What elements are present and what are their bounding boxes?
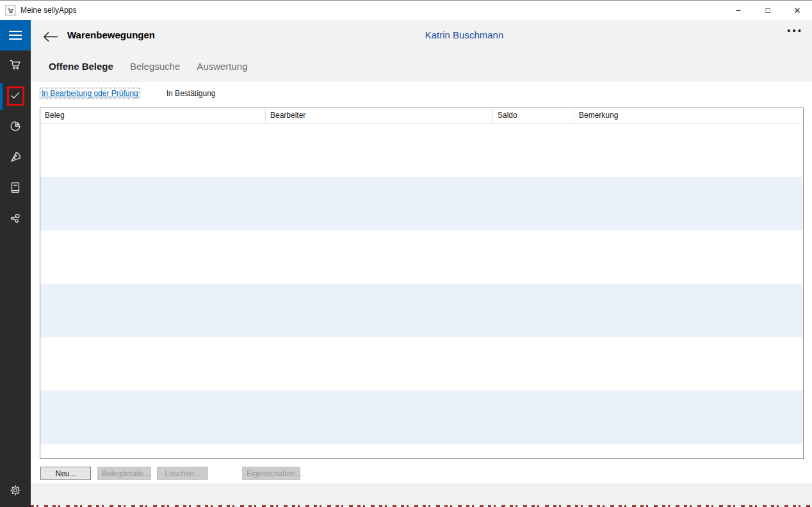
tab-auswertung[interactable]: Auswertung (197, 61, 247, 72)
belegdetails-button[interactable]: Belegdetails... (97, 467, 151, 480)
column-header-bemerkung[interactable]: Bemerkung (574, 108, 803, 123)
table-body-empty (40, 124, 803, 458)
more-options-icon[interactable]: ••• (787, 25, 803, 36)
title-bar: Meine sellyApps – □ ✕ (0, 0, 812, 20)
app-logo-cart-icon (5, 5, 16, 16)
maximize-button[interactable]: □ (753, 1, 783, 20)
sidebar-item-promotions[interactable] (0, 143, 31, 173)
sidebar-nav (0, 20, 31, 507)
pie-chart-icon (8, 119, 22, 136)
eigenschaften-button[interactable]: Eigenschaften... (242, 467, 300, 480)
column-header-beleg[interactable]: Beleg (40, 108, 266, 123)
hamburger-menu-button[interactable] (0, 20, 31, 51)
sidebar-item-reports[interactable] (0, 112, 31, 143)
window-title: Meine sellyApps (20, 6, 76, 15)
column-header-saldo[interactable]: Saldo (493, 108, 574, 123)
sidebar-item-cart[interactable] (0, 51, 31, 81)
pizza-slice-icon (8, 150, 22, 166)
sidebar-item-share[interactable] (0, 204, 31, 235)
neu-button[interactable]: Neu... (40, 467, 91, 480)
table-header-row: Beleg Bearbeiter Saldo Bemerkung (40, 108, 803, 124)
sidebar-item-ledger[interactable] (0, 173, 31, 204)
minimize-button[interactable]: – (724, 1, 753, 20)
share-icon (8, 211, 22, 228)
user-name-link[interactable]: Katrin Buschmann (425, 29, 504, 40)
footer-strip (31, 483, 812, 507)
sidebar-item-settings[interactable] (0, 476, 31, 507)
action-button-row: Neu... Belegdetails... Löschen... Eigens… (31, 467, 812, 480)
filter-row: In Bearbeitung oder Prüfung In Bestätigu… (40, 88, 216, 99)
back-button[interactable] (41, 28, 60, 45)
loeschen-button[interactable]: Löschen... (157, 467, 208, 480)
tab-offene-belege[interactable]: Offene Belege (49, 61, 113, 72)
gear-icon (9, 484, 22, 499)
ledger-icon (8, 181, 22, 197)
documents-table: Beleg Bearbeiter Saldo Bemerkung (40, 108, 804, 459)
close-button[interactable]: ✕ (783, 1, 812, 20)
tab-belegsuche[interactable]: Belegsuche (130, 61, 180, 72)
sidebar-item-tasks[interactable] (0, 81, 31, 112)
app-header: Warenbewegungen Katrin Buschmann ••• Off… (31, 20, 812, 82)
cart-icon (8, 58, 22, 74)
pivot-tabs: Offene Belege Belegsuche Auswertung (49, 61, 248, 72)
window-controls: – □ ✕ (724, 1, 812, 20)
content-panel: In Bearbeitung oder Prüfung In Bestätigu… (31, 82, 812, 507)
page-title: Warenbewegungen (67, 29, 155, 40)
filter-link-in-bearbeitung[interactable]: In Bearbeitung oder Prüfung (40, 88, 140, 99)
filter-link-in-bestaetigung[interactable]: In Bestätigung (166, 89, 216, 98)
highlight-box (7, 86, 24, 106)
column-header-bearbeiter[interactable]: Bearbeiter (266, 108, 493, 123)
main-area: Warenbewegungen Katrin Buschmann ••• Off… (31, 20, 812, 507)
